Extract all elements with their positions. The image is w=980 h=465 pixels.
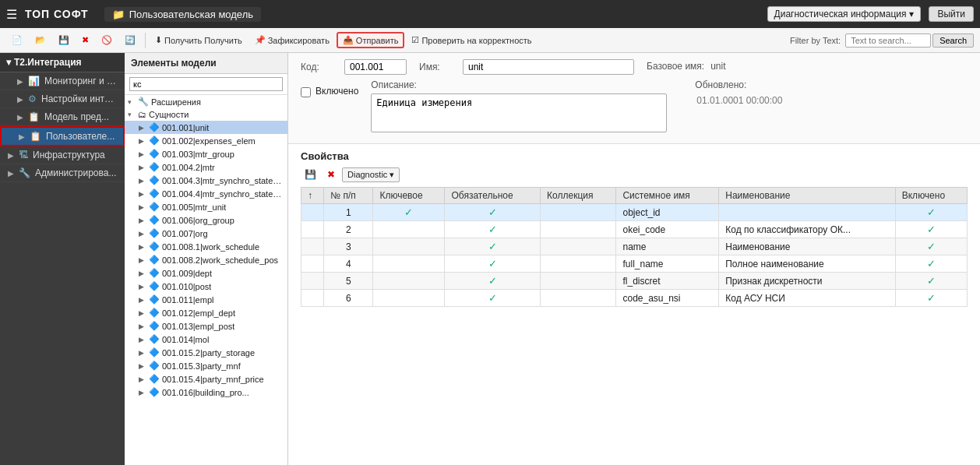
table-row[interactable]: 1 ✓ ✓ object_id ✓ bbox=[301, 204, 968, 221]
desc-textarea[interactable]: Единица измерения bbox=[371, 93, 667, 132]
table-row[interactable]: 6 ✓ code_asu_nsi Код АСУ НСИ ✓ bbox=[301, 290, 968, 307]
tree-item-001.015.4[interactable]: ▶🔷001.015.4|party_mnf_price bbox=[125, 372, 287, 386]
new-button[interactable]: 📄 bbox=[6, 33, 28, 48]
tree-expand-icon: ▶ bbox=[139, 177, 146, 185]
name-input[interactable] bbox=[463, 59, 634, 75]
tree-node-icon: 🔷 bbox=[149, 122, 160, 132]
col-key[interactable]: Ключевое bbox=[373, 188, 445, 204]
fix-button[interactable]: 📌 Зафиксировать bbox=[249, 33, 335, 48]
table-row[interactable]: 4 ✓ full_name Полное наименование ✓ bbox=[301, 255, 968, 273]
tree-node-icon: 🔷 bbox=[149, 202, 160, 212]
tree-item-extensions[interactable]: ▾🔧Расширения bbox=[125, 95, 287, 108]
tree-item-001.008.1[interactable]: ▶🔷001.008.1|work_schedule bbox=[125, 240, 287, 253]
save-button[interactable]: 💾 bbox=[53, 33, 75, 48]
cell-required: ✓ bbox=[445, 221, 541, 238]
table-row[interactable]: 2 ✓ okei_code Код по классификатору ОК..… bbox=[301, 221, 968, 238]
cell-required: ✓ bbox=[445, 255, 541, 273]
model-tree: ▾🔧Расширения▾🗂Сущности▶🔷001.001|unit▶🔷00… bbox=[125, 95, 287, 399]
tree-item-001.014[interactable]: ▶🔷001.014|mol bbox=[125, 333, 287, 346]
sidebar-section-label: Т2.Интеграция bbox=[14, 57, 82, 68]
prop-delete-button[interactable]: ✖ bbox=[323, 167, 339, 182]
col-included[interactable]: Включено bbox=[895, 188, 967, 204]
tree-node-label: 001.008.2|work_schedule_pos bbox=[162, 255, 278, 265]
sidebar-section-header[interactable]: ▾ Т2.Интеграция bbox=[0, 53, 125, 72]
code-field: Код: bbox=[301, 59, 407, 75]
tree-item-001.003[interactable]: ▶🔷001.003|mtr_group bbox=[125, 147, 287, 160]
tree-item-001.010[interactable]: ▶🔷001.010|post bbox=[125, 280, 287, 293]
tree-item-entities[interactable]: ▾🗂Сущности bbox=[125, 108, 287, 121]
send-button[interactable]: 📤 Отправить bbox=[337, 32, 405, 48]
tree-item-001.009[interactable]: ▶🔷001.009|dept bbox=[125, 266, 287, 280]
cell-name bbox=[719, 204, 896, 221]
tree-expand-icon: ▶ bbox=[139, 190, 146, 198]
tree-expand-icon: ▶ bbox=[139, 362, 146, 370]
cell-sys-name: full_name bbox=[616, 255, 719, 273]
exit-button[interactable]: Выйти bbox=[929, 6, 974, 22]
tree-item-001.006[interactable]: ▶🔷001.006|org_group bbox=[125, 213, 287, 227]
hamburger-menu[interactable]: ☰ bbox=[6, 7, 17, 22]
sidebar-item-model[interactable]: ▶ 📋 Модель пред... bbox=[0, 108, 125, 126]
tree-node-label: 001.004.2|mtr bbox=[162, 163, 215, 172]
filter-input[interactable] bbox=[845, 33, 931, 48]
tree-node-label: 001.005|mtr_unit bbox=[162, 203, 226, 212]
refresh-button[interactable]: 🔄 bbox=[119, 33, 141, 48]
desc-col: Описание: Единица измерения bbox=[371, 79, 667, 132]
model-search-input[interactable] bbox=[129, 77, 283, 91]
tree-node-icon: 🔷 bbox=[149, 149, 160, 159]
tree-item-001.007[interactable]: ▶🔷001.007|org bbox=[125, 227, 287, 240]
tree-item-001.005[interactable]: ▶🔷001.005|mtr_unit bbox=[125, 200, 287, 213]
tree-item-001.015.3[interactable]: ▶🔷001.015.3|party_mnf bbox=[125, 359, 287, 372]
col-collection[interactable]: Коллекция bbox=[541, 188, 616, 204]
tree-expand-icon: ▶ bbox=[139, 349, 146, 357]
updated-label: Обновлено: bbox=[695, 79, 784, 90]
prop-save-button[interactable]: 💾 bbox=[301, 167, 320, 182]
tree-item-001.004.4[interactable]: ▶🔷001.004.4|mtr_synchro_state_... bbox=[125, 187, 287, 200]
get-button[interactable]: ⬇ Получить Получить bbox=[150, 33, 248, 48]
tree-item-001.013[interactable]: ▶🔷001.013|empl_post bbox=[125, 319, 287, 333]
delete-button[interactable]: ✖ bbox=[76, 33, 94, 48]
tree-item-001.015.2[interactable]: ▶🔷001.015.2|party_storage bbox=[125, 346, 287, 359]
tree-item-001.004.3[interactable]: ▶🔷001.004.3|mtr_synchro_state_... bbox=[125, 174, 287, 187]
tree-item-001.002[interactable]: ▶🔷001.002|expenses_elem bbox=[125, 134, 287, 147]
col-num[interactable]: № п/п bbox=[324, 188, 373, 204]
tree-node-icon: 🔷 bbox=[149, 162, 160, 172]
updated-value: 01.01.0001 00:00:00 bbox=[695, 93, 784, 107]
included-check: ✓ bbox=[927, 241, 936, 252]
included-check: ✓ bbox=[927, 275, 936, 287]
content-area: Элементы модели ▾🔧Расширения▾🗂Сущности▶🔷… bbox=[125, 53, 980, 465]
cell-collection bbox=[541, 221, 616, 238]
table-row[interactable]: 5 ✓ fl_discret Признак дискретности ✓ bbox=[301, 273, 968, 290]
code-input[interactable] bbox=[344, 59, 407, 75]
included-checkbox[interactable] bbox=[301, 87, 311, 97]
tree-item-001.001[interactable]: ▶🔷001.001|unit bbox=[125, 121, 287, 134]
check-button[interactable]: ☑ Проверить на корректность bbox=[406, 33, 537, 48]
diag-button[interactable]: Диагностическая информация ▾ bbox=[767, 6, 922, 22]
open-button[interactable]: 📂 bbox=[30, 33, 51, 48]
tree-item-001.016[interactable]: ▶🔷001.016|building_pro... bbox=[125, 386, 287, 399]
cell-sys-name: code_asu_nsi bbox=[616, 290, 719, 307]
tree-node-label: 001.010|post bbox=[162, 282, 211, 291]
sidebar-item-settings[interactable]: ▶ ⚙ Настройки интегр... bbox=[0, 90, 125, 108]
cell-collection bbox=[541, 273, 616, 290]
col-name[interactable]: Наименование bbox=[719, 188, 896, 204]
tree-item-001.011[interactable]: ▶🔷001.011|empl bbox=[125, 293, 287, 306]
tree-node-label: 001.015.4|party_mnf_price bbox=[162, 375, 264, 384]
properties-area: Свойства 💾 ✖ Diagnostic ▾ ↑ № п/п Ключев… bbox=[288, 144, 980, 465]
col-required[interactable]: Обязательное bbox=[445, 188, 541, 204]
table-row[interactable]: 3 ✓ name Наименование ✓ bbox=[301, 238, 968, 255]
tree-item-001.004.2[interactable]: ▶🔷001.004.2|mtr bbox=[125, 160, 287, 174]
sidebar-item-monitoring[interactable]: ▶ 📊 Мониторинг и уп... bbox=[0, 72, 125, 90]
cell-num: 1 bbox=[324, 204, 373, 221]
search-button[interactable]: Search bbox=[932, 33, 974, 48]
col-sys-name[interactable]: Системное имя bbox=[616, 188, 719, 204]
sidebar-item-infra[interactable]: ▶ 🏗 Инфраструктура bbox=[0, 146, 125, 164]
tree-item-001.012[interactable]: ▶🔷001.012|empl_dept bbox=[125, 306, 287, 319]
tree-node-icon: 🔷 bbox=[149, 321, 160, 331]
prop-diag-dropdown[interactable]: Diagnostic ▾ bbox=[342, 167, 400, 182]
col-sort[interactable]: ↑ bbox=[301, 188, 324, 204]
tree-item-001.008.2[interactable]: ▶🔷001.008.2|work_schedule_pos bbox=[125, 253, 287, 266]
stop-button[interactable]: 🚫 bbox=[96, 33, 118, 48]
sidebar-item-admin[interactable]: ▶ 🔧 Администрирова... bbox=[0, 164, 125, 182]
tree-expand-icon: ▶ bbox=[139, 203, 146, 211]
sidebar-item-user[interactable]: ▶ 📋 Пользователе... bbox=[0, 126, 125, 146]
